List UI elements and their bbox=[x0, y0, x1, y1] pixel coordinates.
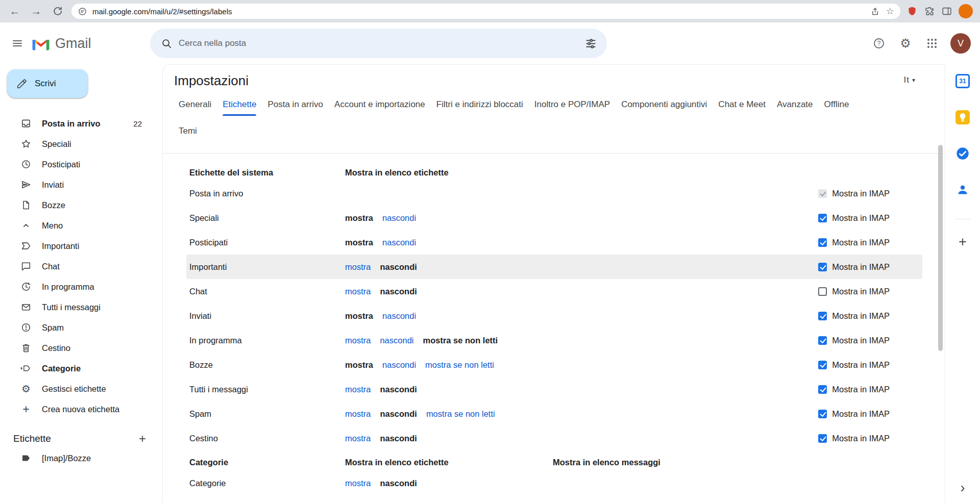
tab-filtri-e-indirizzi-bloccati[interactable]: Filtri e indirizzi bloccati bbox=[436, 99, 523, 116]
back-button[interactable]: ← bbox=[7, 4, 22, 19]
option-nascondi[interactable]: nascondi bbox=[382, 311, 416, 321]
imap-checkbox[interactable] bbox=[818, 361, 827, 369]
sidebar-item-crea-nuova-etichetta[interactable]: +Crea nuova etichetta bbox=[0, 399, 155, 419]
address-bar[interactable]: mail.google.com/mail/u/2/#settings/label… bbox=[71, 4, 900, 19]
sidebar-item-imap-bozze[interactable]: [Imap]/Bozze bbox=[0, 448, 155, 468]
option-mostra-se-non-letti[interactable]: mostra se non letti bbox=[426, 409, 495, 419]
tab-generali[interactable]: Generali bbox=[179, 99, 211, 116]
option-nascondi[interactable]: nascondi bbox=[382, 360, 416, 370]
sidebar-item-label: Categorie bbox=[42, 364, 81, 373]
option-nascondi[interactable]: nascondi bbox=[382, 238, 416, 247]
search-input[interactable] bbox=[179, 38, 578, 48]
contacts-icon[interactable] bbox=[952, 180, 973, 200]
option-mostra[interactable]: mostra bbox=[345, 262, 371, 272]
imap-checkbox[interactable] bbox=[818, 312, 827, 320]
calendar-icon[interactable]: 31 bbox=[952, 71, 973, 91]
gmail-logo[interactable]: Gmail bbox=[32, 36, 129, 52]
imap-checkbox[interactable] bbox=[818, 434, 827, 443]
sidebar-item-in-programma[interactable]: In programma bbox=[0, 276, 155, 297]
tab-inoltro-e-pop-imap[interactable]: Inoltro e POP/IMAP bbox=[534, 99, 610, 116]
all-mail-icon bbox=[19, 301, 33, 313]
option-mostra[interactable]: mostra bbox=[345, 287, 371, 296]
gmail-logo-icon bbox=[32, 36, 50, 51]
sidebar-item-label: Meno bbox=[42, 221, 63, 231]
sidebar-item-posta-in-arrivo[interactable]: Posta in arrivo22 bbox=[0, 113, 155, 134]
collapse-panel-icon[interactable]: › bbox=[952, 477, 973, 498]
scrollbar-thumb[interactable] bbox=[938, 145, 943, 351]
search-icon[interactable] bbox=[154, 31, 179, 56]
side-panel-icon[interactable] bbox=[941, 6, 952, 17]
site-info-icon[interactable] bbox=[78, 7, 87, 16]
imap-checkbox[interactable] bbox=[818, 336, 827, 345]
calendar-day: 31 bbox=[957, 76, 968, 87]
tab-etichette[interactable]: Etichette bbox=[223, 99, 256, 116]
sidebar-item-label: Gestisci etichette bbox=[42, 384, 106, 394]
tab-chat-e-meet[interactable]: Chat e Meet bbox=[718, 99, 766, 116]
tasks-icon[interactable] bbox=[952, 143, 973, 164]
help-icon[interactable]: ? bbox=[867, 31, 891, 56]
sidebar-item-gestisci-etichette[interactable]: ⚙Gestisci etichette bbox=[0, 379, 155, 399]
share-icon[interactable] bbox=[870, 7, 880, 16]
main-menu-button[interactable] bbox=[5, 31, 30, 56]
extensions-puzzle-icon[interactable] bbox=[924, 6, 935, 17]
sidebar-item-cestino[interactable]: Cestino bbox=[0, 338, 155, 358]
bookmark-star-icon[interactable]: ☆ bbox=[886, 7, 894, 16]
keep-icon[interactable] bbox=[952, 107, 973, 128]
search-options-icon[interactable] bbox=[578, 31, 603, 56]
imap-checkbox[interactable] bbox=[818, 263, 827, 271]
sidebar-item-importanti[interactable]: Importanti bbox=[0, 236, 155, 256]
settings-panel: Impostazioni It ▾ GeneraliEtichettePosta… bbox=[162, 64, 945, 503]
option-mostra[interactable]: mostra bbox=[345, 434, 371, 443]
sidebar-item-bozze[interactable]: Bozze bbox=[0, 195, 155, 215]
sidebar-item-tutti-i-messaggi[interactable]: Tutti i messaggi bbox=[0, 297, 155, 317]
sidebar-item-posticipati[interactable]: Posticipati bbox=[0, 154, 155, 174]
input-tools-button[interactable]: It ▾ bbox=[904, 75, 915, 85]
search-bar[interactable] bbox=[150, 29, 607, 58]
option-mostra[interactable]: mostra bbox=[345, 336, 371, 345]
sidebar-item-label: Crea nuova etichetta bbox=[42, 405, 119, 414]
sidebar-item-label: Speciali bbox=[42, 139, 71, 149]
sidebar-item-spam[interactable]: Spam bbox=[0, 317, 155, 338]
tab-temi[interactable]: Temi bbox=[179, 126, 197, 142]
imap-checkbox[interactable] bbox=[818, 287, 827, 296]
reload-button[interactable] bbox=[50, 4, 65, 19]
forward-button[interactable]: → bbox=[29, 4, 44, 19]
tab-offline[interactable]: Offline bbox=[824, 99, 849, 116]
adblock-extension-icon[interactable] bbox=[906, 6, 918, 17]
imap-label: Mostra in IMAP bbox=[832, 336, 890, 345]
label-name: Bozze bbox=[189, 360, 345, 370]
sidebar-item-inviati[interactable]: Inviati bbox=[0, 174, 155, 195]
sidebar-item-meno[interactable]: Meno bbox=[0, 215, 155, 236]
sidebar-item-speciali[interactable]: Speciali bbox=[0, 134, 155, 154]
tab-account-e-importazione[interactable]: Account e importazione bbox=[334, 99, 425, 116]
tab-posta-in-arrivo[interactable]: Posta in arrivo bbox=[267, 99, 323, 116]
option-mostra[interactable]: mostra bbox=[345, 479, 371, 488]
browser-profile-avatar[interactable] bbox=[959, 4, 973, 18]
option-mostra-se-non-letti[interactable]: mostra se non letti bbox=[425, 360, 494, 370]
apps-grid-icon[interactable] bbox=[920, 31, 944, 56]
imap-checkbox[interactable] bbox=[818, 214, 827, 222]
option-nascondi[interactable]: nascondi bbox=[382, 213, 416, 223]
get-addons-icon[interactable]: + bbox=[952, 232, 973, 252]
label-name: Posta in arrivo bbox=[189, 189, 345, 198]
sidebar-item-label: In programma bbox=[42, 282, 94, 292]
imap-checkbox[interactable] bbox=[818, 385, 827, 394]
tab-avanzate[interactable]: Avanzate bbox=[777, 99, 813, 116]
compose-button[interactable]: Scrivi bbox=[7, 69, 88, 98]
imap-label: Mostra in IMAP bbox=[832, 385, 890, 394]
sidebar-item-label: Chat bbox=[42, 262, 60, 271]
imap-label: Mostra in IMAP bbox=[832, 360, 890, 370]
option-mostra[interactable]: mostra bbox=[345, 385, 371, 394]
imap-checkbox bbox=[818, 189, 827, 198]
account-avatar[interactable]: V bbox=[950, 33, 971, 54]
sidebar-item-chat[interactable]: Chat bbox=[0, 256, 155, 276]
option-nascondi: nascondi bbox=[380, 287, 416, 296]
imap-checkbox[interactable] bbox=[818, 238, 827, 247]
option-nascondi[interactable]: nascondi bbox=[380, 336, 413, 345]
option-mostra[interactable]: mostra bbox=[345, 409, 371, 419]
settings-gear-icon[interactable]: ⚙ bbox=[893, 31, 918, 56]
sidebar-item-categorie[interactable]: Categorie bbox=[0, 358, 155, 379]
imap-checkbox[interactable] bbox=[818, 410, 827, 418]
tab-componenti-aggiuntivi[interactable]: Componenti aggiuntivi bbox=[621, 99, 707, 116]
create-label-plus-icon[interactable]: + bbox=[139, 433, 146, 445]
